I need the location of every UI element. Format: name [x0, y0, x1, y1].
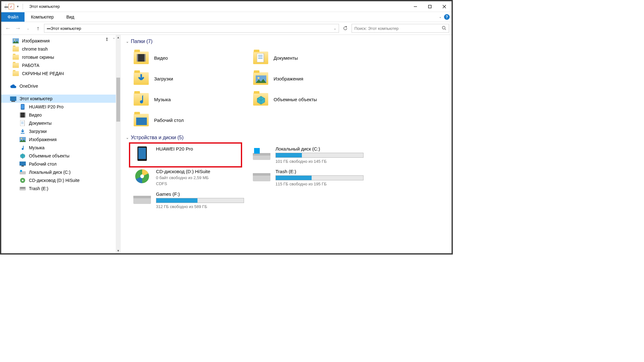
pictures-folder-icon	[253, 71, 269, 86]
titlebar: ✓ ▼ Этот компьютер	[1, 1, 452, 12]
sidebar-item-disk-c[interactable]: Локальный диск (C:)	[1, 168, 121, 176]
chevron-down-icon: ⌄	[126, 135, 129, 140]
sidebar-item-label: Изображения	[29, 137, 57, 142]
breadcrumb[interactable]: Этот компьютер	[51, 26, 330, 31]
sidebar-item-disk-e[interactable]: Trash (E:)	[1, 184, 121, 193]
folder-3d[interactable]: Объемные объекты	[250, 89, 369, 110]
sidebar-scrollbar[interactable]: ▲ ▼	[116, 35, 121, 253]
music-icon	[19, 145, 26, 151]
sidebar-item-label: CD-дисковод (D:) HiSuite	[29, 178, 80, 183]
scroll-up-icon[interactable]: ▲	[116, 35, 121, 40]
sidebar-item-folder[interactable]: chrome trash	[1, 45, 121, 53]
svg-rect-23	[20, 170, 22, 172]
folder-downloads[interactable]: Загрузки	[130, 68, 250, 89]
drive-cd[interactable]: CD-дисковод (D:) HiSuite 0 байт свободно…	[130, 166, 250, 189]
svg-rect-31	[257, 53, 264, 62]
sidebar-item-music[interactable]: Музыка	[1, 144, 121, 152]
capacity-bar	[275, 153, 364, 158]
svg-rect-42	[254, 148, 260, 154]
documents-icon	[19, 120, 26, 126]
tab-view[interactable]: Вид	[60, 12, 80, 22]
capacity-bar	[156, 198, 244, 203]
svg-point-4	[442, 26, 445, 29]
address-dropdown-icon[interactable]: ⌄	[332, 27, 337, 30]
section-folders-header[interactable]: ⌄ Папки (7)	[121, 37, 452, 46]
folder-desktop[interactable]: Рабочий стол	[130, 110, 250, 130]
qat-dropdown[interactable]: ▼	[15, 5, 20, 8]
drive-e[interactable]: Trash (E:) 115 ГБ свободно из 195 ГБ	[250, 166, 369, 189]
search-box[interactable]	[352, 24, 449, 33]
svg-point-25	[22, 180, 24, 181]
svg-rect-29	[137, 54, 138, 62]
properties-icon[interactable]: ✓	[8, 4, 14, 9]
sidebar-item-3d[interactable]: Объемные объекты	[1, 152, 121, 160]
documents-folder-icon	[253, 50, 269, 66]
drive-c[interactable]: Локальный диск (C:) 101 ГБ свободно из 1…	[250, 144, 369, 166]
address-field[interactable]: › Этот компьютер ⌄	[44, 24, 339, 33]
folder-videos[interactable]: Видео	[130, 47, 250, 68]
sidebar-item-phone[interactable]: HUAWEI P20 Pro	[1, 103, 121, 111]
drives-grid: HUAWEI P20 Pro Локальный диск (C:) 101 Г…	[121, 142, 452, 215]
drive-phone[interactable]: HUAWEI P20 Pro	[130, 144, 250, 166]
chevron-down-icon: ⌄	[126, 39, 129, 44]
desktop-icon	[19, 161, 26, 167]
sidebar-item-videos[interactable]: Видео	[1, 111, 121, 119]
search-icon[interactable]	[442, 26, 446, 31]
sidebar-item-label: Этот компьютер	[19, 96, 53, 101]
svg-point-19	[21, 138, 22, 139]
section-drives-header[interactable]: ⌄ Устройства и диски (5)	[121, 134, 452, 142]
window-title: Этот компьютер	[26, 4, 408, 9]
sidebar-item-this-pc[interactable]: Этот компьютер	[1, 95, 121, 103]
folder-pictures[interactable]: Изображения	[250, 68, 369, 89]
qat: ✓ ▼	[1, 4, 26, 9]
tab-computer[interactable]: Компьютер	[25, 12, 60, 22]
sidebar-item-cd[interactable]: CD-дисковод (D:) HiSuite	[1, 176, 121, 184]
desktop-folder-icon	[133, 112, 149, 128]
capacity-bar	[275, 175, 364, 180]
sidebar-item-folder[interactable]: РАБОТА	[1, 61, 121, 69]
sidebar-item-pictures[interactable]: Изображения	[1, 37, 121, 45]
sidebar-item-pictures[interactable]: Изображения	[1, 135, 121, 144]
ribbon-expand-icon[interactable]: ⌄	[439, 15, 441, 19]
nav-recent-button[interactable]: ⌄	[24, 24, 32, 32]
help-icon[interactable]: ?	[444, 14, 450, 20]
nav-back-button[interactable]: ←	[4, 24, 12, 32]
content-pane: ⌄ Папки (7) Видео Документы Загрузки	[121, 35, 452, 253]
minimize-button[interactable]	[408, 2, 423, 12]
sidebar-item-label: РАБОТА	[22, 63, 39, 68]
disk-win-icon	[253, 146, 270, 161]
maximize-button[interactable]	[423, 2, 437, 12]
drive-f[interactable]: Games (F:) 312 ГБ свободно из 589 ГБ	[130, 189, 250, 211]
sidebar-item-label: Рабочий стол	[29, 162, 57, 167]
sidebar-item-label: HUAWEI P20 Pro	[29, 104, 64, 109]
cube-icon	[19, 153, 26, 159]
refresh-button[interactable]	[341, 24, 350, 33]
close-button[interactable]	[437, 2, 452, 12]
scroll-down-icon[interactable]: ▼	[116, 248, 121, 253]
sidebar-item-folder[interactable]: СКРИНЫ НЕ РЕДАЧ	[1, 69, 121, 78]
sidebar-item-onedrive[interactable]: OneDrive	[1, 82, 121, 90]
sidebar-item-label: Загрузки	[29, 129, 47, 134]
nav-up-button[interactable]: ↑	[34, 24, 42, 32]
svg-rect-13	[20, 120, 25, 126]
nav-forward-button[interactable]: →	[14, 24, 22, 32]
scroll-thumb[interactable]	[116, 78, 120, 122]
sidebar-item-downloads[interactable]: Загрузки	[1, 127, 121, 135]
folder-music[interactable]: Музыка	[130, 89, 250, 110]
folder-documents[interactable]: Документы	[250, 47, 369, 68]
sidebar-item-documents[interactable]: Документы	[1, 119, 121, 127]
music-folder-icon	[133, 91, 149, 107]
folder-icon	[13, 71, 19, 76]
sidebar-item-label: готовые скрины	[22, 55, 54, 60]
sidebar-item-label: Trash (E:)	[29, 186, 48, 191]
svg-rect-20	[19, 162, 26, 166]
search-input[interactable]	[354, 26, 442, 31]
svg-rect-48	[133, 196, 151, 198]
sidebar-item-desktop[interactable]: Рабочий стол	[1, 160, 121, 168]
tab-file[interactable]: Файл	[1, 12, 25, 22]
explorer-window: ✓ ▼ Этот компьютер Файл Компьютер Вид ⌄ …	[0, 0, 453, 255]
svg-rect-30	[144, 54, 146, 62]
svg-rect-9	[21, 105, 24, 109]
sidebar-item-folder[interactable]: готовые скрины	[1, 53, 121, 61]
phone-icon	[19, 104, 26, 110]
